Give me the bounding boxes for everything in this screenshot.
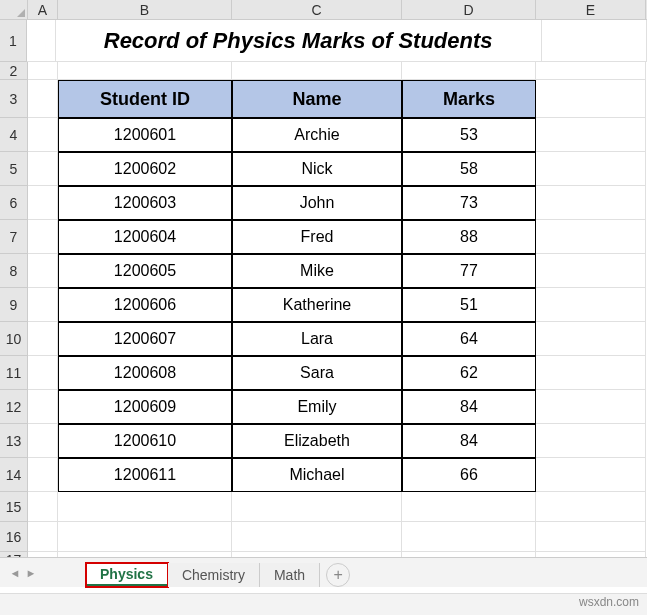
table-row[interactable]: 84 [402,424,536,458]
col-header-A[interactable]: A [28,0,58,19]
tab-chemistry[interactable]: Chemistry [168,563,260,587]
table-row[interactable]: 1200603 [58,186,232,220]
table-row[interactable]: Sara [232,356,402,390]
col-header-E[interactable]: E [536,0,646,19]
table-row[interactable]: 73 [402,186,536,220]
table-row[interactable]: 51 [402,288,536,322]
table-row[interactable]: Emily [232,390,402,424]
cell-E8[interactable] [536,254,646,288]
cell-C2[interactable] [232,62,402,80]
row-header-13[interactable]: 13 [0,424,28,458]
cell-A15[interactable] [28,492,58,522]
row-header-2[interactable]: 2 [0,62,28,80]
cell-A14[interactable] [28,458,58,492]
cell-E6[interactable] [536,186,646,220]
table-header-name[interactable]: Name [232,80,402,118]
table-row[interactable]: 1200608 [58,356,232,390]
cell-A5[interactable] [28,152,58,186]
table-row[interactable]: 1200604 [58,220,232,254]
row-header-15[interactable]: 15 [0,492,28,522]
cell-E9[interactable] [536,288,646,322]
col-header-C[interactable]: C [232,0,402,19]
table-row[interactable]: 53 [402,118,536,152]
table-row[interactable]: Archie [232,118,402,152]
tab-math[interactable]: Math [260,563,320,587]
col-header-D[interactable]: D [402,0,536,19]
cell-E4[interactable] [536,118,646,152]
table-row[interactable]: 62 [402,356,536,390]
table-row[interactable]: 1200610 [58,424,232,458]
table-row[interactable]: 77 [402,254,536,288]
row-header-14[interactable]: 14 [0,458,28,492]
cell-E5[interactable] [536,152,646,186]
table-row[interactable]: 1200607 [58,322,232,356]
cell-A13[interactable] [28,424,58,458]
select-all-corner[interactable] [0,0,28,20]
row-header-11[interactable]: 11 [0,356,28,390]
cell-A12[interactable] [28,390,58,424]
cell-A3[interactable] [28,80,58,118]
table-row[interactable]: 1200609 [58,390,232,424]
table-row[interactable]: 1200611 [58,458,232,492]
cell-A16[interactable] [28,522,58,552]
horizontal-scrollbar[interactable] [0,593,647,615]
cell-A7[interactable] [28,220,58,254]
add-sheet-button[interactable]: + [326,563,350,587]
table-row[interactable]: 1200601 [58,118,232,152]
table-row[interactable]: John [232,186,402,220]
cell-E1[interactable] [542,20,647,62]
cell-B16[interactable] [58,522,232,552]
tab-nav-right-icon[interactable]: ► [24,566,38,580]
tab-physics[interactable]: Physics [86,563,168,587]
table-row[interactable]: 84 [402,390,536,424]
cell-B2[interactable] [58,62,232,80]
row-header-16[interactable]: 16 [0,522,28,552]
cell-A6[interactable] [28,186,58,220]
cell-E12[interactable] [536,390,646,424]
table-row[interactable]: 64 [402,322,536,356]
cell-C15[interactable] [232,492,402,522]
table-row[interactable]: Lara [232,322,402,356]
table-row[interactable]: 88 [402,220,536,254]
table-row[interactable]: Katherine [232,288,402,322]
table-row[interactable]: Fred [232,220,402,254]
table-row[interactable]: 58 [402,152,536,186]
cell-A9[interactable] [28,288,58,322]
cell-E3[interactable] [536,80,646,118]
cell-D2[interactable] [402,62,536,80]
row-header-6[interactable]: 6 [0,186,28,220]
table-row[interactable]: Elizabeth [232,424,402,458]
table-row[interactable]: Mike [232,254,402,288]
table-row[interactable]: Nick [232,152,402,186]
cell-E10[interactable] [536,322,646,356]
cell-B15[interactable] [58,492,232,522]
cell-D16[interactable] [402,522,536,552]
title-cell[interactable]: Record of Physics Marks of Students [56,20,542,62]
cell-D15[interactable] [402,492,536,522]
row-header-7[interactable]: 7 [0,220,28,254]
row-header-4[interactable]: 4 [0,118,28,152]
table-row[interactable]: 1200605 [58,254,232,288]
table-row[interactable]: 66 [402,458,536,492]
table-row[interactable]: 1200602 [58,152,232,186]
cell-C16[interactable] [232,522,402,552]
cell-A11[interactable] [28,356,58,390]
row-header-9[interactable]: 9 [0,288,28,322]
row-header-12[interactable]: 12 [0,390,28,424]
cell-A10[interactable] [28,322,58,356]
row-header-5[interactable]: 5 [0,152,28,186]
row-header-8[interactable]: 8 [0,254,28,288]
row-header-10[interactable]: 10 [0,322,28,356]
cell-A8[interactable] [28,254,58,288]
row-header-1[interactable]: 1 [0,20,27,62]
cell-A1[interactable] [27,20,56,62]
tab-nav-left-icon[interactable]: ◄ [8,566,22,580]
cell-A4[interactable] [28,118,58,152]
table-row[interactable]: 1200606 [58,288,232,322]
cell-E15[interactable] [536,492,646,522]
cell-E11[interactable] [536,356,646,390]
table-row[interactable]: Michael [232,458,402,492]
cell-A2[interactable] [28,62,58,80]
cell-E2[interactable] [536,62,646,80]
cell-E7[interactable] [536,220,646,254]
